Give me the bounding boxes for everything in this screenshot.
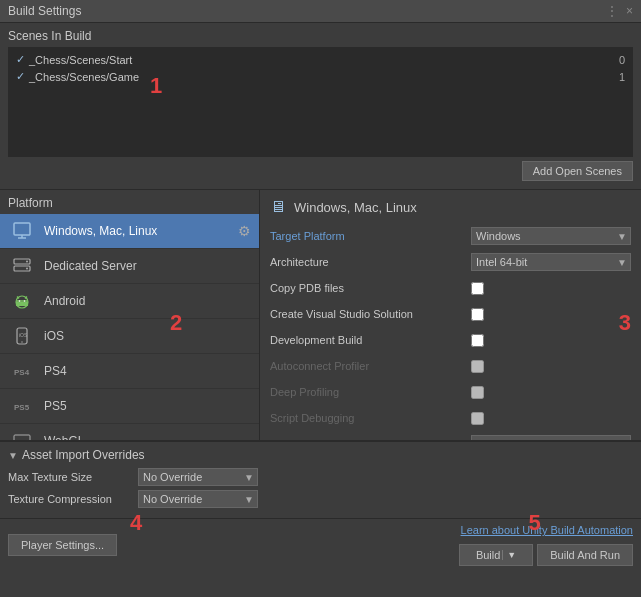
create-vs-checkbox[interactable] — [471, 308, 484, 321]
android-icon — [8, 290, 36, 312]
ps5-icon: PS5 — [8, 395, 36, 417]
build-button[interactable]: Build ▼ — [459, 544, 533, 566]
target-platform-label: Target Platform — [270, 230, 471, 242]
platform-item-ps4-label: PS4 — [44, 364, 67, 378]
asset-row-max-texture: Max Texture Size No Override 3264128 256… — [8, 468, 633, 486]
texture-compression-label: Texture Compression — [8, 493, 138, 505]
scene-item[interactable]: ✓ _Chess/Scenes/Game 1 — [12, 68, 629, 85]
script-debug-label: Script Debugging — [270, 412, 471, 424]
settings-row-deep-profiling: Deep Profiling — [270, 382, 631, 402]
collapse-arrow-icon[interactable]: ▼ — [8, 450, 18, 461]
svg-text:HTML: HTML — [15, 439, 29, 440]
copy-pdb-label: Copy PDB files — [270, 282, 471, 294]
settings-row-compression: Compression Method Default LZ4 LZ4HC ▼ — [270, 434, 631, 440]
build-dropdown-arrow[interactable]: ▼ — [502, 550, 516, 560]
monitor-icon — [8, 220, 36, 242]
max-texture-select-wrapper: No Override 3264128 2565121024 20484096 … — [138, 468, 258, 486]
autoconnect-label: Autoconnect Profiler — [270, 360, 471, 372]
dev-build-label: Development Build — [270, 334, 471, 346]
title-bar: Build Settings ⋮ × — [0, 0, 641, 23]
scene-name-0: _Chess/Scenes/Start — [29, 54, 132, 66]
scene-number-1: 1 — [619, 71, 625, 83]
player-settings-button[interactable]: Player Settings... — [8, 534, 117, 556]
server-icon — [8, 255, 36, 277]
settings-row-create-vs: Create Visual Studio Solution — [270, 304, 631, 324]
close-icon[interactable]: × — [626, 4, 633, 18]
platform-item-ios[interactable]: iOS iOS — [0, 319, 259, 354]
title-bar-title: Build Settings — [8, 4, 81, 18]
deep-profiling-checkbox — [471, 386, 484, 399]
scenes-list: ✓ _Chess/Scenes/Start 0 ✓ _Chess/Scenes/… — [8, 47, 633, 157]
settings-row-script-debug: Script Debugging — [270, 408, 631, 428]
settings-row-architecture: Architecture Intel 64-bit x86 ARM64 ▼ — [270, 252, 631, 272]
scene-name-1: _Chess/Scenes/Game — [29, 71, 139, 83]
scene-check-0: ✓ — [16, 53, 25, 66]
architecture-select[interactable]: Intel 64-bit x86 ARM64 — [471, 253, 631, 271]
settings-monitor-icon: 🖥 — [270, 198, 286, 216]
settings-header: 🖥 Windows, Mac, Linux — [270, 198, 631, 216]
architecture-label: Architecture — [270, 256, 471, 268]
copy-pdb-checkbox[interactable] — [471, 282, 484, 295]
architecture-select-wrapper: Intel 64-bit x86 ARM64 ▼ — [471, 253, 631, 271]
ps4-icon: PS4 — [8, 360, 36, 382]
scene-item[interactable]: ✓ _Chess/Scenes/Start 0 — [12, 51, 629, 68]
asset-row-texture-compression: Texture Compression No Override Uncompre… — [8, 490, 633, 508]
svg-point-16 — [21, 341, 23, 343]
platform-item-dedicated[interactable]: Dedicated Server — [0, 249, 259, 284]
settings-panel: 🖥 Windows, Mac, Linux Target Platform Wi… — [260, 190, 641, 440]
platform-item-ps5[interactable]: PS5 PS5 — [0, 389, 259, 424]
settings-row-dev-build: Development Build — [270, 330, 631, 350]
add-open-scenes-button[interactable]: Add Open Scenes — [522, 161, 633, 181]
texture-compression-select[interactable]: No Override Uncompressed Compressed — [138, 490, 258, 508]
platform-item-windows[interactable]: Windows, Mac, Linux ⚙ — [0, 214, 259, 249]
compression-select-wrapper: Default LZ4 LZ4HC ▼ — [471, 435, 631, 440]
middle-section: Platform Windows, Mac, Li — [0, 190, 641, 441]
platform-item-android-label: Android — [44, 294, 85, 308]
settings-header-title: Windows, Mac, Linux — [294, 200, 417, 215]
asset-import-section: ▼ Asset Import Overrides Max Texture Siz… — [0, 441, 641, 518]
scene-number-0: 0 — [619, 54, 625, 66]
menu-icon[interactable]: ⋮ — [606, 4, 618, 18]
svg-point-7 — [26, 268, 28, 270]
svg-text:PS5: PS5 — [14, 403, 30, 412]
bottom-bar: Player Settings... 4 Learn about Unity B… — [0, 518, 641, 571]
build-buttons-group: Build ▼ Build And Run — [459, 544, 633, 566]
svg-point-12 — [24, 300, 26, 302]
svg-rect-10 — [16, 302, 28, 306]
platform-section-label: Platform — [0, 190, 259, 214]
compression-select[interactable]: Default LZ4 LZ4HC — [471, 435, 631, 440]
dev-build-checkbox[interactable] — [471, 334, 484, 347]
svg-point-11 — [19, 300, 21, 302]
target-platform-select[interactable]: Windows macOS Linux — [471, 227, 631, 245]
build-and-run-button[interactable]: Build And Run — [537, 544, 633, 566]
svg-text:iOS: iOS — [19, 332, 28, 338]
ios-icon: iOS — [8, 325, 36, 347]
webgl-icon: HTML 5 — [8, 430, 36, 440]
asset-section-header: ▼ Asset Import Overrides — [8, 448, 633, 462]
scenes-section-label: Scenes In Build — [8, 29, 633, 43]
svg-point-6 — [26, 261, 28, 263]
asset-section-label: Asset Import Overrides — [22, 448, 145, 462]
platform-item-windows-label: Windows, Mac, Linux — [44, 224, 157, 238]
platform-item-webgl[interactable]: HTML 5 WebGL — [0, 424, 259, 440]
max-texture-select[interactable]: No Override 3264128 2565121024 20484096 — [138, 468, 258, 486]
platform-item-ios-label: iOS — [44, 329, 64, 343]
settings-row-copy-pdb: Copy PDB files — [270, 278, 631, 298]
gear-icon[interactable]: ⚙ — [238, 223, 251, 239]
deep-profiling-label: Deep Profiling — [270, 386, 471, 398]
max-texture-label: Max Texture Size — [8, 471, 138, 483]
svg-text:PS4: PS4 — [14, 368, 30, 377]
target-platform-select-wrapper: Windows macOS Linux ▼ — [471, 227, 631, 245]
platform-list: Windows, Mac, Linux ⚙ — [0, 214, 259, 440]
platform-item-ps4[interactable]: PS4 PS4 — [0, 354, 259, 389]
title-bar-icons[interactable]: ⋮ × — [606, 4, 633, 18]
platform-item-webgl-label: WebGL — [44, 434, 84, 440]
platform-item-ps5-label: PS5 — [44, 399, 67, 413]
svg-rect-3 — [16, 225, 28, 233]
autoconnect-checkbox — [471, 360, 484, 373]
scene-check-1: ✓ — [16, 70, 25, 83]
scenes-section: Scenes In Build ✓ _Chess/Scenes/Start 0 … — [0, 23, 641, 190]
platform-item-android[interactable]: Android — [0, 284, 259, 319]
bottom-right-area: Learn about Unity Build Automation 5 Bui… — [459, 524, 633, 566]
learn-link[interactable]: Learn about Unity Build Automation — [461, 524, 633, 536]
